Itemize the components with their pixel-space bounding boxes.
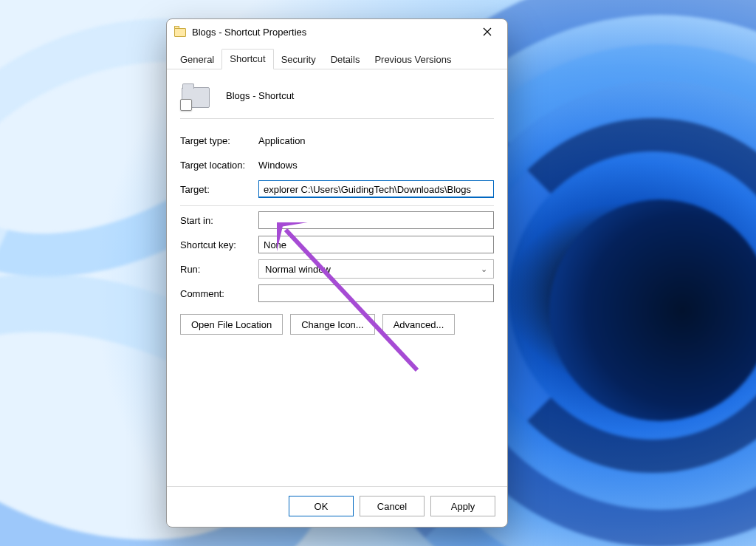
desktop-background: Blogs - Shortcut Properties General Shor…	[0, 0, 756, 546]
run-select-value: Normal window	[265, 264, 331, 275]
folder-shortcut-icon	[174, 27, 186, 37]
folder-shortcut-large-icon	[182, 83, 211, 108]
label-run: Run:	[180, 264, 258, 275]
label-target: Target:	[180, 184, 258, 195]
chevron-down-icon: ⌄	[481, 265, 487, 274]
shortcut-key-input[interactable]	[258, 236, 494, 253]
value-target-location: Windows	[258, 160, 298, 171]
label-target-location: Target location:	[180, 160, 258, 171]
tab-strip: General Shortcut Security Details Previo…	[167, 49, 507, 69]
tab-security[interactable]: Security	[274, 50, 323, 69]
target-input[interactable]	[258, 180, 494, 198]
properties-dialog: Blogs - Shortcut Properties General Shor…	[166, 18, 508, 528]
open-file-location-button[interactable]: Open File Location	[180, 314, 283, 335]
advanced-button[interactable]: Advanced...	[382, 314, 456, 335]
label-shortcut-key: Shortcut key:	[180, 239, 258, 250]
value-target-type: Application	[258, 135, 306, 146]
comment-input[interactable]	[258, 284, 494, 302]
close-button[interactable]	[473, 21, 501, 43]
label-start-in: Start in:	[180, 215, 258, 226]
shortcut-name-field[interactable]	[226, 90, 388, 101]
tab-general[interactable]: General	[173, 50, 221, 69]
shortcut-overlay-arrow-icon	[180, 99, 192, 111]
run-select[interactable]: Normal window ⌄	[258, 259, 494, 279]
title-bar[interactable]: Blogs - Shortcut Properties	[167, 19, 507, 44]
tab-previous-versions[interactable]: Previous Versions	[367, 50, 458, 69]
label-comment: Comment:	[180, 288, 258, 299]
tab-shortcut[interactable]: Shortcut	[221, 49, 273, 69]
shortcut-tab-page: Target type: Application Target location…	[167, 69, 507, 486]
ok-button[interactable]: OK	[289, 496, 354, 516]
change-icon-button[interactable]: Change Icon...	[290, 314, 375, 335]
dialog-footer: OK Cancel Apply	[167, 486, 507, 527]
close-icon	[483, 27, 492, 36]
label-target-type: Target type:	[180, 135, 258, 146]
cancel-button[interactable]: Cancel	[360, 496, 425, 516]
tab-details[interactable]: Details	[323, 50, 368, 69]
window-title: Blogs - Shortcut Properties	[192, 27, 473, 38]
start-in-input[interactable]	[258, 211, 494, 229]
apply-button[interactable]: Apply	[430, 496, 495, 516]
